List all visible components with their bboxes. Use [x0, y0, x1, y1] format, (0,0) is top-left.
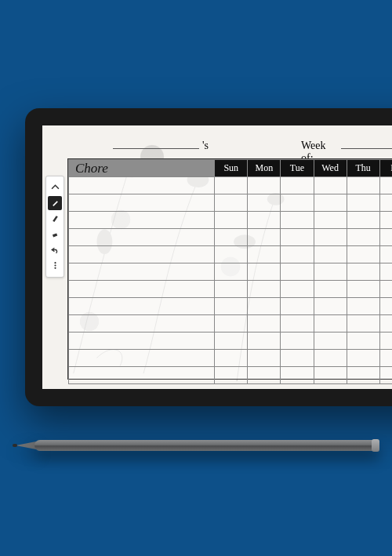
day-cell[interactable]	[215, 212, 248, 229]
day-cell[interactable]	[281, 350, 314, 367]
chore-cell[interactable]	[69, 333, 215, 350]
tablet-screen: 's Week of: ChoreSunMonTueWedThuFriSat	[42, 125, 392, 389]
day-cell[interactable]	[314, 367, 347, 384]
day-cell[interactable]	[347, 350, 379, 367]
chore-cell[interactable]	[69, 263, 215, 281]
day-cell[interactable]	[215, 281, 248, 298]
day-cell[interactable]	[379, 212, 392, 229]
day-cell[interactable]	[379, 177, 392, 194]
dots-icon	[51, 261, 60, 271]
tool-pen[interactable]	[48, 196, 62, 210]
eraser-icon	[51, 230, 60, 240]
day-cell[interactable]	[215, 333, 248, 350]
chore-cell[interactable]	[69, 212, 215, 229]
day-cell[interactable]	[281, 315, 314, 333]
day-cell[interactable]	[314, 246, 347, 263]
day-cell[interactable]	[281, 246, 314, 263]
day-cell[interactable]	[248, 229, 281, 246]
week-blank[interactable]	[341, 140, 392, 149]
tool-eraser[interactable]	[48, 227, 62, 242]
day-cell[interactable]	[281, 194, 314, 212]
day-cell[interactable]	[347, 212, 379, 229]
day-cell[interactable]	[248, 177, 281, 194]
day-cell[interactable]	[281, 212, 314, 229]
day-cell[interactable]	[248, 194, 281, 212]
chore-cell[interactable]	[69, 298, 215, 315]
day-cell[interactable]	[314, 263, 347, 281]
day-cell[interactable]	[215, 177, 248, 194]
chore-cell[interactable]	[69, 229, 215, 246]
tool-undo[interactable]	[48, 243, 62, 257]
day-cell[interactable]	[347, 246, 379, 263]
chore-cell[interactable]	[69, 367, 215, 384]
day-cell[interactable]	[347, 281, 379, 298]
day-cell[interactable]	[347, 263, 379, 281]
day-cell[interactable]	[347, 298, 379, 315]
day-cell[interactable]	[379, 333, 392, 350]
day-cell[interactable]	[347, 367, 379, 384]
day-cell[interactable]	[314, 315, 347, 333]
name-field[interactable]: 's	[113, 140, 209, 152]
day-cell[interactable]	[248, 298, 281, 315]
chore-cell[interactable]	[69, 281, 215, 298]
day-cell[interactable]	[314, 281, 347, 298]
day-cell[interactable]	[314, 194, 347, 212]
day-cell[interactable]	[281, 298, 314, 315]
day-cell[interactable]	[379, 229, 392, 246]
day-cell[interactable]	[347, 177, 379, 194]
day-cell[interactable]	[281, 367, 314, 384]
day-cell[interactable]	[281, 281, 314, 298]
day-cell[interactable]	[379, 194, 392, 212]
day-cell[interactable]	[379, 350, 392, 367]
day-cell[interactable]	[314, 350, 347, 367]
day-cell[interactable]	[281, 229, 314, 246]
tool-highlighter[interactable]	[48, 212, 62, 226]
table-row	[69, 281, 393, 298]
day-cell[interactable]	[248, 315, 281, 333]
day-cell[interactable]	[347, 333, 379, 350]
name-blank[interactable]	[113, 140, 199, 149]
day-cell[interactable]	[248, 350, 281, 367]
tool-more[interactable]	[48, 259, 62, 273]
day-cell[interactable]	[248, 263, 281, 281]
chore-cell[interactable]	[69, 350, 215, 367]
day-cell[interactable]	[248, 281, 281, 298]
day-cell[interactable]	[215, 350, 248, 367]
day-cell[interactable]	[314, 229, 347, 246]
day-cell[interactable]	[215, 298, 248, 315]
chore-cell[interactable]	[69, 177, 215, 194]
day-cell[interactable]	[281, 263, 314, 281]
day-cell[interactable]	[314, 333, 347, 350]
chore-cell[interactable]	[69, 246, 215, 263]
day-cell[interactable]	[347, 315, 379, 333]
chore-cell[interactable]	[69, 194, 215, 212]
day-cell[interactable]	[347, 229, 379, 246]
day-cell[interactable]	[215, 367, 248, 384]
day-cell[interactable]	[379, 281, 392, 298]
day-cell[interactable]	[379, 315, 392, 333]
chore-cell[interactable]	[69, 315, 215, 333]
day-cell[interactable]	[215, 315, 248, 333]
svg-rect-5	[52, 233, 56, 237]
day-cell[interactable]	[347, 194, 379, 212]
day-cell[interactable]	[379, 246, 392, 263]
day-cell[interactable]	[215, 194, 248, 212]
day-cell[interactable]	[281, 177, 314, 194]
day-cell[interactable]	[215, 246, 248, 263]
day-cell[interactable]	[281, 333, 314, 350]
tool-collapse[interactable]	[48, 180, 62, 194]
day-cell[interactable]	[215, 263, 248, 281]
day-cell[interactable]	[379, 367, 392, 384]
day-cell[interactable]	[215, 229, 248, 246]
day-cell[interactable]	[248, 333, 281, 350]
day-cell[interactable]	[248, 212, 281, 229]
day-cell[interactable]	[314, 298, 347, 315]
day-cell[interactable]	[314, 177, 347, 194]
day-cell[interactable]	[314, 212, 347, 229]
day-cell[interactable]	[379, 298, 392, 315]
day-header-tue: Tue	[281, 160, 314, 177]
day-cell[interactable]	[248, 367, 281, 384]
pen-icon	[51, 198, 60, 209]
day-cell[interactable]	[379, 263, 392, 281]
day-cell[interactable]	[248, 246, 281, 263]
